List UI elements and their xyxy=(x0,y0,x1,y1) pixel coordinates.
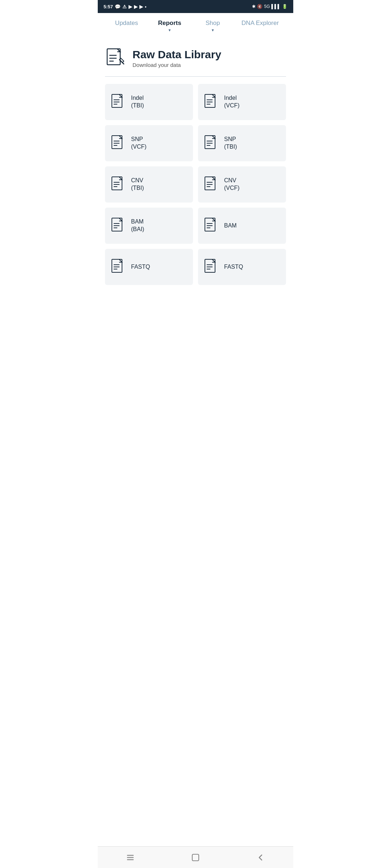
file-card-fastq-2[interactable]: FASTQ xyxy=(198,249,286,285)
section-divider xyxy=(105,76,286,77)
file-card-indel-vcf[interactable]: Indel(VCF) xyxy=(198,84,286,120)
svg-rect-11 xyxy=(205,94,215,107)
nav-dna-label: DNA Explorer xyxy=(241,20,279,27)
file-icon-bam-bai xyxy=(111,218,127,234)
svg-rect-39 xyxy=(112,259,122,272)
file-card-snp-tbi[interactable]: SNP(TBI) xyxy=(198,125,286,161)
label-cnv-vcf: CNV(VCF) xyxy=(224,177,240,192)
file-card-cnv-tbi[interactable]: CNV(TBI) xyxy=(105,166,193,203)
svg-rect-15 xyxy=(112,136,122,149)
play-icon-3: ▶ xyxy=(139,4,143,9)
svg-rect-19 xyxy=(205,136,215,149)
label-bam: BAM xyxy=(224,222,237,230)
dot-icon: • xyxy=(145,4,147,9)
status-right-icons: ✱ 🔇 5G ▌▌▌ 🔋 xyxy=(252,4,287,9)
file-grid: Indel(TBI) Indel(VCF) xyxy=(105,84,286,292)
file-icon-indel-vcf xyxy=(204,94,220,110)
time-display: 5:57 xyxy=(104,4,113,9)
label-indel-vcf: Indel(VCF) xyxy=(224,94,240,110)
svg-rect-31 xyxy=(112,218,122,231)
svg-rect-7 xyxy=(112,94,122,107)
file-icon-indel-tbi xyxy=(111,94,127,110)
svg-rect-35 xyxy=(205,218,215,231)
page-content: Raw Data Library Download your data Inde… xyxy=(98,37,293,321)
signal-icon: ▌▌▌ xyxy=(271,4,281,9)
file-icon-cnv-vcf xyxy=(204,176,220,192)
page-subtitle: Download your data xyxy=(133,62,221,68)
file-icon-fastq-2 xyxy=(204,259,220,275)
mute-icon: 🔇 xyxy=(257,4,262,9)
file-icon-snp-tbi xyxy=(204,135,220,151)
file-card-fastq-1[interactable]: FASTQ xyxy=(105,249,193,285)
file-card-cnv-vcf[interactable]: CNV(VCF) xyxy=(198,166,286,203)
label-bam-bai: BAM(BAI) xyxy=(131,218,144,233)
nav-updates[interactable]: Updates xyxy=(105,18,148,28)
svg-line-6 xyxy=(122,63,124,64)
header-text: Raw Data Library Download your data xyxy=(133,48,221,68)
status-bar: 5:57 💬 ⚠ ▶ ▶ ▶ • ✱ 🔇 5G ▌▌▌ 🔋 xyxy=(98,0,293,13)
play-icon-2: ▶ xyxy=(134,4,138,9)
page-header: Raw Data Library Download your data xyxy=(105,44,286,73)
nav-dna-explorer[interactable]: DNA Explorer xyxy=(234,18,286,28)
file-card-indel-tbi[interactable]: Indel(TBI) xyxy=(105,84,193,120)
svg-rect-0 xyxy=(107,49,120,65)
nav-bar: Updates Reports ▼ Shop ▼ DNA Explorer xyxy=(98,13,293,37)
nav-reports-label: Reports xyxy=(158,20,181,27)
label-indel-tbi: Indel(TBI) xyxy=(131,94,144,110)
library-icon xyxy=(105,47,127,69)
file-card-bam-bai[interactable]: BAM(BAI) xyxy=(105,208,193,244)
nav-shop-label: Shop xyxy=(206,20,220,27)
label-fastq-2: FASTQ xyxy=(224,263,243,271)
battery-icon: 🔋 xyxy=(282,4,287,9)
file-card-snp-vcf[interactable]: SNP(VCF) xyxy=(105,125,193,161)
label-snp-tbi: SNP(TBI) xyxy=(224,136,237,151)
file-icon-bam xyxy=(204,218,220,234)
label-snp-vcf: SNP(VCF) xyxy=(131,136,147,151)
file-icon-cnv-tbi xyxy=(111,176,127,192)
file-icon-snp-vcf xyxy=(111,135,127,151)
5g-indicator: 5G xyxy=(264,4,270,9)
reports-caret: ▼ xyxy=(168,28,172,32)
messenger-icon: 💬 xyxy=(115,4,121,9)
alert-icon: ⚠ xyxy=(122,4,127,9)
label-fastq-1: FASTQ xyxy=(131,263,150,271)
nav-updates-label: Updates xyxy=(115,20,138,27)
bluetooth-icon: ✱ xyxy=(252,4,256,9)
nav-shop[interactable]: Shop ▼ xyxy=(191,18,234,34)
status-time: 5:57 💬 ⚠ ▶ ▶ ▶ • xyxy=(104,4,147,9)
label-cnv-tbi: CNV(TBI) xyxy=(131,177,144,192)
svg-rect-23 xyxy=(112,177,122,190)
svg-rect-43 xyxy=(205,259,215,272)
nav-reports[interactable]: Reports ▼ xyxy=(148,18,191,34)
file-icon-fastq-1 xyxy=(111,259,127,275)
page-title: Raw Data Library xyxy=(133,48,221,60)
svg-rect-27 xyxy=(205,177,215,190)
shop-caret: ▼ xyxy=(211,28,215,32)
file-card-bam[interactable]: BAM xyxy=(198,208,286,244)
play-icon-1: ▶ xyxy=(129,4,132,9)
